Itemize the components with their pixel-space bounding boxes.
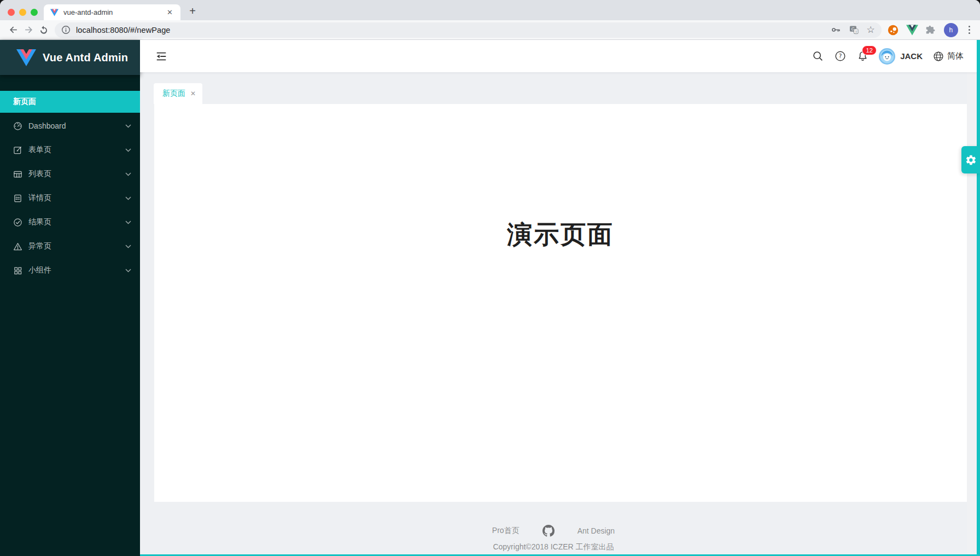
content-card: 演示页面	[154, 104, 967, 502]
user-menu[interactable]: JACK	[879, 48, 923, 65]
menu-fold-icon[interactable]	[154, 49, 168, 63]
page-tab-close-icon[interactable]: ✕	[190, 90, 196, 97]
form-icon	[13, 146, 22, 155]
sidebar-item-label: 小组件	[28, 265, 51, 275]
appstore-icon	[13, 266, 22, 275]
dashboard-icon	[13, 121, 22, 131]
password-key-icon[interactable]	[831, 25, 841, 35]
sidebar-item-label: 详情页	[28, 193, 51, 203]
scrollbar[interactable]	[967, 72, 977, 554]
page-tab-active[interactable]: 新页面 ✕	[154, 83, 202, 104]
chevron-down-icon	[125, 221, 131, 224]
vue-favicon	[50, 9, 59, 16]
chevron-down-icon	[125, 245, 131, 248]
chevron-down-icon	[125, 148, 131, 152]
bookmark-star-icon[interactable]: ☆	[867, 25, 875, 34]
browser-menu-icon[interactable]	[965, 24, 973, 36]
zoom-window-button[interactable]	[31, 9, 38, 16]
page-title: 演示页面	[154, 104, 967, 252]
browser-profile-avatar[interactable]: h	[944, 23, 958, 37]
minimize-window-button[interactable]	[19, 9, 26, 16]
app-title: Vue Antd Admin	[43, 51, 128, 64]
url-text[interactable]: localhost:8080/#/newPage	[76, 26, 831, 34]
new-tab-button[interactable]: +	[185, 3, 200, 19]
language-switcher[interactable]: 简体	[933, 51, 964, 62]
extensions-puzzle-icon[interactable]	[925, 24, 937, 36]
sidebar: Vue Antd Admin 新页面 Dashboard	[0, 40, 140, 556]
sidebar-item-label: 新页面	[13, 97, 36, 107]
globe-icon	[933, 51, 944, 62]
vue-logo-icon	[16, 49, 36, 66]
warning-icon	[13, 242, 22, 251]
page-tab-label: 新页面	[162, 89, 185, 99]
sidebar-item-form[interactable]: 表单页	[0, 139, 140, 161]
sidebar-menu: 新页面 Dashboard 表单页	[0, 89, 140, 283]
table-icon	[13, 170, 22, 179]
sidebar-item-label: 列表页	[28, 169, 51, 179]
extension-orange-icon[interactable]	[887, 24, 899, 36]
browser-window: vue-antd-admin ✕ + localhost:8080/#/newP…	[0, 0, 980, 556]
settings-drawer-edge	[977, 40, 980, 556]
chevron-down-icon	[125, 196, 131, 200]
svg-text:文: 文	[854, 30, 858, 33]
chevron-down-icon	[125, 269, 131, 273]
browser-tab-title: vue-antd-admin	[63, 8, 165, 16]
chevron-down-icon	[125, 124, 131, 128]
help-icon[interactable]: ?	[834, 50, 846, 62]
forward-icon[interactable]	[21, 22, 36, 38]
user-avatar	[879, 48, 895, 65]
footer-link-pro[interactable]: Pro首页	[492, 526, 520, 536]
tab-close-icon[interactable]: ✕	[165, 8, 175, 17]
logo[interactable]: Vue Antd Admin	[0, 40, 140, 75]
close-window-button[interactable]	[8, 9, 15, 16]
github-icon[interactable]	[542, 525, 555, 537]
app-shell: Vue Antd Admin 新页面 Dashboard	[0, 40, 980, 556]
sidebar-item-label: 异常页	[28, 241, 51, 251]
page-footer: Pro首页 Ant Design Copyright©2018 ICZER 工作…	[140, 502, 967, 554]
translate-icon[interactable]: G 文	[849, 25, 859, 35]
footer-link-ant[interactable]: Ant Design	[578, 526, 615, 535]
reload-icon[interactable]	[36, 22, 51, 38]
macos-traffic-lights	[8, 9, 38, 16]
username: JACK	[900, 51, 923, 61]
address-bar[interactable]: localhost:8080/#/newPage G 文 ☆	[55, 22, 882, 38]
sidebar-item-widgets[interactable]: 小组件	[0, 259, 140, 281]
check-circle-icon	[13, 218, 22, 227]
notification-badge: 12	[862, 45, 877, 55]
page-tabbar: 新页面 ✕	[140, 72, 967, 104]
sidebar-item-exception[interactable]: 异常页	[0, 235, 140, 257]
search-icon[interactable]	[812, 50, 824, 62]
vue-devtools-icon[interactable]	[906, 25, 918, 36]
browser-toolbar: localhost:8080/#/newPage G 文 ☆	[0, 20, 980, 40]
sidebar-item-list[interactable]: 列表页	[0, 163, 140, 185]
settings-gear-button[interactable]	[961, 146, 980, 173]
sidebar-item-detail[interactable]: 详情页	[0, 187, 140, 209]
svg-text:?: ?	[838, 53, 842, 59]
footer-copyright: Copyright©2018 ICZER 工作室出品	[493, 542, 614, 552]
profile-icon	[13, 194, 22, 203]
sidebar-item-dashboard[interactable]: Dashboard	[0, 115, 140, 137]
language-label: 简体	[947, 51, 964, 61]
sidebar-item-label: 结果页	[28, 217, 51, 227]
sidebar-item-label: Dashboard	[28, 121, 66, 130]
sidebar-item-label: 表单页	[28, 145, 51, 155]
browser-tab[interactable]: vue-antd-admin ✕	[44, 4, 180, 20]
back-icon[interactable]	[5, 22, 21, 38]
sidebar-item-result[interactable]: 结果页	[0, 211, 140, 233]
main-area: ? 12	[140, 40, 980, 556]
app-header: ? 12	[140, 40, 980, 72]
chevron-down-icon	[125, 172, 131, 176]
browser-tabstrip: vue-antd-admin ✕ +	[0, 0, 980, 20]
notification-bell-icon[interactable]: 12	[856, 50, 868, 62]
sidebar-item-new-page[interactable]: 新页面	[0, 91, 140, 113]
gear-icon	[965, 154, 977, 166]
page-info-icon[interactable]	[61, 25, 71, 34]
